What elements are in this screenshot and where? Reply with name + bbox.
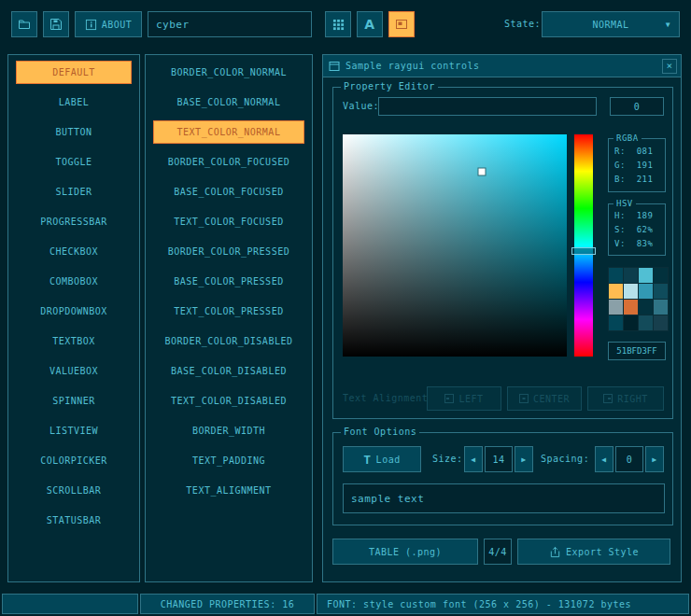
atlas-view-button[interactable]	[388, 11, 415, 37]
state-label: State:	[504, 20, 541, 29]
rgba-red-value: R: 081	[609, 145, 665, 159]
control-item-label[interactable]: LABEL	[16, 91, 132, 114]
table-export-button[interactable]: TABLE (.png)	[332, 539, 478, 565]
arrow-left-icon: ◀	[601, 455, 606, 464]
control-item-colorpicker[interactable]: COLORPICKER	[16, 449, 132, 472]
property-item-text_alignment[interactable]: TEXT_ALIGNMENT	[153, 479, 304, 502]
hsv-title: HSV	[613, 198, 636, 209]
spacing-increase-button[interactable]: ▶	[645, 446, 664, 472]
image-icon	[395, 18, 408, 31]
color-swatch[interactable]	[654, 268, 668, 283]
control-item-default[interactable]: DEFAULT	[16, 61, 132, 84]
control-item-textbox[interactable]: TEXTBOX	[16, 329, 132, 353]
control-item-toggle[interactable]: TOGGLE	[16, 150, 132, 174]
changed-properties-text: CHANGED PROPERTIES: 16	[161, 599, 294, 609]
property-value-input[interactable]	[378, 97, 597, 116]
align-left-button[interactable]: LEFT	[427, 386, 501, 411]
value-label: Value:	[343, 102, 379, 111]
save-style-button[interactable]	[43, 11, 69, 37]
controls-view-button[interactable]	[325, 11, 351, 37]
color-swatch[interactable]	[654, 284, 668, 299]
sample-text-input[interactable]	[343, 483, 665, 513]
close-button[interactable]: ×	[662, 59, 677, 74]
color-swatch[interactable]	[609, 315, 623, 330]
color-swatch[interactable]	[609, 300, 623, 315]
property-item-border_color_focused[interactable]: BORDER_COLOR_FOCUSED	[153, 150, 304, 174]
control-item-button[interactable]: BUTTON	[16, 120, 132, 144]
property-item-border_color_normal[interactable]: BORDER_COLOR_NORMAL	[153, 61, 304, 84]
align-left-icon	[444, 394, 454, 403]
property-item-text_color_normal[interactable]: TEXT_COLOR_NORMAL	[153, 120, 304, 144]
property-item-text_color_focused[interactable]: TEXT_COLOR_FOCUSED	[153, 210, 304, 233]
font-size-value[interactable]: 14	[485, 446, 513, 472]
size-decrease-button[interactable]: ◀	[464, 446, 483, 472]
font-options-group: Font Options T Load Size: ◀ 14 ▶ Spacing…	[332, 432, 673, 525]
property-item-border_color_disabled[interactable]: BORDER_COLOR_DISABLED	[153, 329, 304, 353]
color-swatch[interactable]	[639, 284, 653, 299]
statusbar-font-info: FONT: style custom font (256 x 256) - 13…	[317, 594, 689, 614]
about-button-label: ABOUT	[102, 20, 133, 30]
spacing-decrease-button[interactable]: ◀	[595, 446, 613, 472]
property-value-box[interactable]: 0	[610, 97, 664, 116]
control-item-spinner[interactable]: SPINNER	[16, 389, 132, 413]
property-item-text_color_disabled[interactable]: TEXT_COLOR_DISABLED	[153, 389, 304, 413]
load-style-button[interactable]	[11, 11, 37, 37]
page-indicator[interactable]: 4/4	[484, 539, 512, 565]
align-right-button[interactable]: RIGHT	[587, 386, 664, 411]
property-item-text_padding[interactable]: TEXT_PADDING	[153, 449, 304, 472]
hue-bar[interactable]	[574, 134, 593, 357]
property-item-border_color_pressed[interactable]: BORDER_COLOR_PRESSED	[153, 240, 304, 263]
color-swatch[interactable]	[639, 300, 653, 315]
property-item-base_color_disabled[interactable]: BASE_COLOR_DISABLED	[153, 359, 304, 383]
font-view-button[interactable]: A	[357, 11, 383, 37]
hex-color-box[interactable]: 51BFD3FF	[608, 342, 666, 360]
control-item-valuebox[interactable]: VALUEBOX	[16, 359, 132, 383]
property-item-text_color_pressed[interactable]: TEXT_COLOR_PRESSED	[153, 300, 304, 323]
color-swatch[interactable]	[639, 315, 653, 330]
window-titlebar[interactable]: Sample raygui controls ×	[323, 55, 681, 77]
export-style-button[interactable]: Export Style	[517, 539, 670, 565]
font-load-icon: T	[363, 454, 371, 466]
control-item-listview[interactable]: LISTVIEW	[16, 419, 132, 442]
property-item-border_width[interactable]: BORDER_WIDTH	[153, 419, 304, 442]
style-name-input[interactable]	[148, 11, 312, 37]
folder-open-icon	[18, 18, 31, 31]
state-dropdown[interactable]: NORMAL ▼	[542, 11, 680, 37]
font-spacing-spinner: ◀ 0 ▶	[595, 446, 664, 472]
control-item-progressbar[interactable]: PROGRESSBAR	[16, 210, 132, 233]
property-item-base_color_normal[interactable]: BASE_COLOR_NORMAL	[153, 91, 304, 114]
control-item-slider[interactable]: SLIDER	[16, 180, 132, 203]
color-swatch[interactable]	[609, 268, 623, 283]
align-left-label: LEFT	[458, 394, 483, 404]
property-item-base_color_focused[interactable]: BASE_COLOR_FOCUSED	[153, 180, 304, 203]
about-button[interactable]: ABOUT	[75, 11, 142, 37]
color-marker[interactable]	[478, 169, 485, 175]
control-item-combobox[interactable]: COMBOBOX	[16, 270, 132, 293]
color-swatch[interactable]	[609, 284, 623, 299]
font-load-button[interactable]: T Load	[343, 446, 421, 472]
size-increase-button[interactable]: ▶	[515, 446, 533, 472]
properties-list: BORDER_COLOR_NORMALBASE_COLOR_NORMALTEXT…	[145, 54, 313, 582]
control-item-statusbar[interactable]: STATUSBAR	[16, 509, 132, 532]
saturation-value-panel[interactable]	[343, 134, 567, 357]
control-item-scrollbar[interactable]: SCROLLBAR	[16, 479, 132, 502]
hue-slider-handle[interactable]	[571, 247, 596, 255]
hsv-value-value: V: 83%	[609, 237, 665, 251]
color-swatch[interactable]	[624, 284, 638, 299]
property-editor-group: Property Editor Value: 0 RGBA R: 081 G: …	[332, 87, 673, 419]
toolbar: ABOUT A State: NORMAL ▼	[0, 0, 691, 26]
property-item-base_color_pressed[interactable]: BASE_COLOR_PRESSED	[153, 270, 304, 293]
color-swatch[interactable]	[654, 315, 668, 330]
color-swatch[interactable]	[624, 315, 638, 330]
control-item-dropdownbox[interactable]: DROPDOWNBOX	[16, 300, 132, 323]
color-swatch[interactable]	[624, 268, 638, 283]
control-item-checkbox[interactable]: CHECKBOX	[16, 240, 132, 263]
color-swatch[interactable]	[639, 268, 653, 283]
color-swatch[interactable]	[624, 300, 638, 315]
align-center-label: CENTER	[533, 394, 570, 404]
align-center-button[interactable]: CENTER	[507, 386, 582, 411]
font-spacing-value[interactable]: 0	[615, 446, 643, 472]
align-center-icon	[519, 394, 529, 403]
state-dropdown-value: NORMAL	[592, 20, 628, 30]
color-swatch[interactable]	[654, 300, 668, 315]
